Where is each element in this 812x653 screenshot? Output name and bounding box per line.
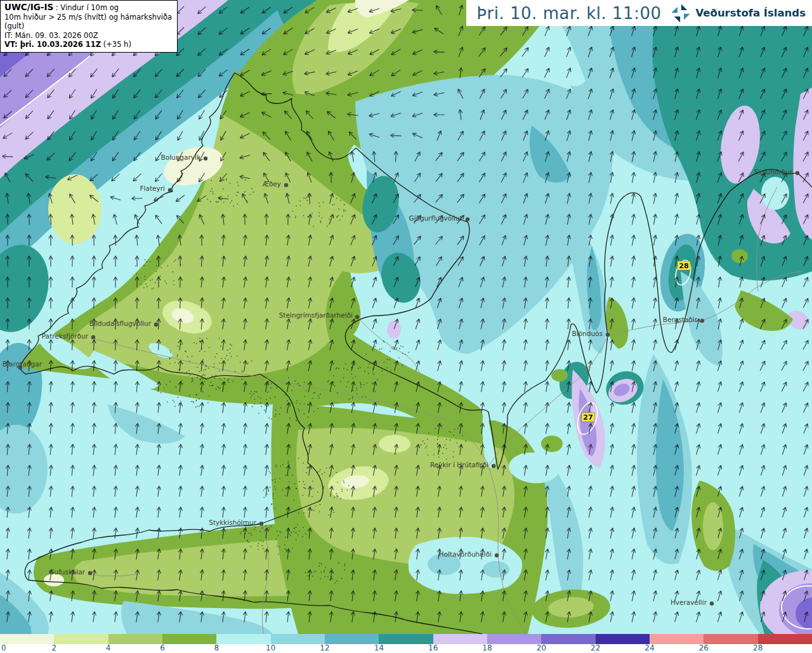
info-line-3: IT: Mán. 09. 03. 2026 00Z [4,31,173,41]
station-label: Bolungarvík [161,153,201,161]
legend-tick: 28 [753,643,763,652]
gust-badge-value: 28 [679,262,688,270]
station-dot [710,602,714,605]
legend-segment [596,634,650,644]
station-label: Siglufjörður [754,168,792,176]
station-dot [466,217,469,221]
station-label: Stykkishólmur [209,519,256,526]
station-dot [168,188,172,192]
legend-segment [379,634,433,644]
station-label: Blönduós [572,330,603,337]
title-bar: Þri. 10. mar. kl. 11:00 Veðurstofa Íslan… [466,0,812,26]
legend-segment [108,634,162,644]
legend-tick: 4 [106,643,111,652]
legend-tick: 12 [320,643,329,652]
info-line-2: 10m hviður > 25 m/s (hvítt) og hámarkshv… [4,13,173,31]
info-line-4: VT: þri. 10.03.2026 11Z (+35 h) [4,40,173,49]
legend-tick: 20 [537,643,546,652]
legend-tick: 26 [699,643,709,652]
forecast-datetime: Þri. 10. mar. kl. 11:00 [476,4,661,23]
legend-tick: 0 [1,643,6,652]
station-dot [700,319,704,323]
gust-badge-value: 27 [583,413,593,422]
legend-segment [758,634,812,644]
station-dot [796,171,799,175]
station-label: Bergstaðir [663,316,698,323]
wind-speed-legend: 0246810121416182022242628 [0,634,812,653]
station-dot [495,553,499,557]
legend-segment [541,634,595,644]
station-dot [284,183,288,187]
legend-segment [433,634,487,644]
legend-segment [162,634,216,644]
legend-segment [704,634,757,644]
station-dot [88,571,92,575]
legend-segment [0,634,54,644]
weather-map-page: BolungarvíkFlateyriÆðeyGjögurflugvöllurS… [0,0,812,653]
station-dot [91,335,95,339]
legend-tick: 24 [645,643,654,652]
legend-segment [216,634,270,644]
station-label: Bjargtangar [3,360,43,368]
station-dot [492,464,495,468]
station-dot [355,315,359,319]
station-label: Bíldudalsflugvöllur [89,320,152,327]
info-line-1: UWC/IG-IS : Vindur í 10m og [4,3,173,13]
station-dot [606,333,610,337]
station-dot [154,323,158,326]
station-label: Gjögurflugvöllur [409,214,463,222]
legend-segment [325,634,379,644]
legend-segment [487,634,541,644]
legend-ticks: 0246810121416182022242628 [0,644,812,653]
station-label: Flateyri [140,184,165,192]
met-office-logo-icon [670,3,691,24]
legend-tick: 10 [266,643,275,652]
legend-bar [0,634,812,644]
legend-tick: 2 [52,643,57,652]
station-label: Reykir í Hrútafirði [430,461,488,469]
station-label: Æðey [263,180,281,188]
legend-tick: 16 [428,643,438,652]
brand-name: Veðurstofa Íslands [695,7,806,19]
legend-tick: 6 [160,643,165,652]
legend-segment [271,634,325,644]
station-label: Steingrímsfjarðarheiði [279,311,353,319]
legend-tick: 22 [591,643,600,652]
legend-segment [54,634,108,644]
legend-tick: 8 [214,643,219,652]
station-label: Holtavörðuheiði [439,550,492,558]
station-label: Gufuskálar [49,568,85,576]
brand: Veðurstofa Íslands [670,3,806,24]
station-dot [259,522,263,526]
legend-tick: 18 [482,643,492,652]
station-label: Patreksfjörður [42,332,89,340]
station-dot [204,157,207,160]
station-label: Hveravellir [671,598,707,606]
map-canvas: BolungarvíkFlateyriÆðeyGjögurflugvöllurS… [0,0,812,634]
legend-segment [650,634,704,644]
info-box: UWC/IG-IS : Vindur í 10m og 10m hviður >… [0,0,178,53]
legend-tick: 14 [374,643,384,652]
